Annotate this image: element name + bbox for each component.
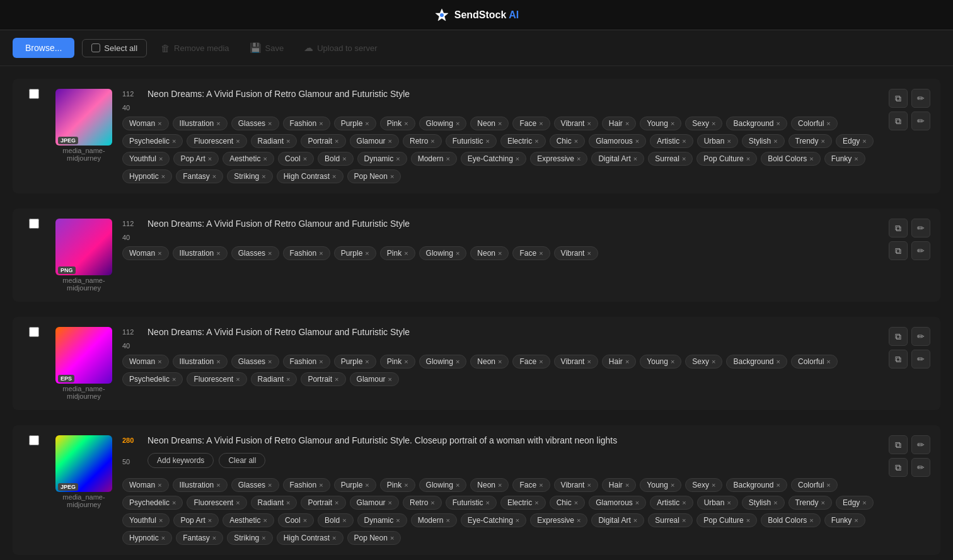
tag-remove-button[interactable]: × — [212, 535, 216, 542]
tag-remove-button[interactable]: × — [286, 500, 290, 506]
tag-remove-button[interactable]: × — [404, 358, 408, 365]
tag-remove-button[interactable]: × — [263, 156, 267, 163]
tag-remove-button[interactable]: × — [268, 358, 272, 365]
tag-remove-button[interactable]: × — [319, 482, 323, 489]
tag-remove-button[interactable]: × — [335, 500, 338, 506]
remove-media-button[interactable]: 🗑 Remove media — [154, 39, 235, 57]
tag-remove-button[interactable]: × — [534, 138, 538, 145]
tag-remove-button[interactable]: × — [388, 138, 392, 145]
tag-remove-button[interactable]: × — [263, 517, 267, 524]
tag-remove-button[interactable]: × — [158, 250, 161, 257]
tag-remove-button[interactable]: × — [159, 156, 163, 163]
edit-button[interactable]: ✏ — [911, 327, 930, 346]
tag-remove-button[interactable]: × — [485, 500, 489, 506]
tag-remove-button[interactable]: × — [712, 482, 715, 489]
tag-remove-button[interactable]: × — [172, 376, 176, 383]
upload-button[interactable]: ☁ Upload to server — [297, 38, 383, 57]
tag-remove-button[interactable]: × — [216, 120, 220, 127]
tag-remove-button[interactable]: × — [335, 138, 338, 145]
copy2-button[interactable]: ⧉ — [889, 111, 908, 130]
tag-remove-button[interactable]: × — [821, 500, 825, 506]
tag-remove-button[interactable]: × — [319, 120, 323, 127]
tag-remove-button[interactable]: × — [809, 517, 813, 524]
tag-remove-button[interactable]: × — [809, 156, 813, 163]
tag-remove-button[interactable]: × — [633, 156, 637, 163]
edit-button[interactable]: ✏ — [911, 89, 930, 108]
tag-remove-button[interactable]: × — [216, 482, 220, 489]
tag-remove-button[interactable]: × — [777, 120, 780, 127]
tag-remove-button[interactable]: × — [712, 358, 715, 365]
tag-remove-button[interactable]: × — [539, 482, 543, 489]
tag-remove-button[interactable]: × — [388, 376, 392, 383]
tag-remove-button[interactable]: × — [625, 482, 629, 489]
tag-remove-button[interactable]: × — [826, 358, 830, 365]
tag-remove-button[interactable]: × — [625, 358, 629, 365]
tag-remove-button[interactable]: × — [335, 376, 338, 383]
tag-remove-button[interactable]: × — [727, 500, 731, 506]
copy-button[interactable]: ⧉ — [889, 219, 908, 237]
tag-remove-button[interactable]: × — [404, 120, 408, 127]
tag-remove-button[interactable]: × — [456, 358, 459, 365]
copy-button[interactable]: ⧉ — [889, 327, 908, 346]
tag-remove-button[interactable]: × — [671, 120, 674, 127]
tag-remove-button[interactable]: × — [625, 120, 629, 127]
tag-remove-button[interactable]: × — [390, 535, 394, 542]
tag-remove-button[interactable]: × — [498, 250, 502, 257]
tag-remove-button[interactable]: × — [777, 358, 780, 365]
tag-remove-button[interactable]: × — [172, 138, 176, 145]
tag-remove-button[interactable]: × — [456, 250, 459, 257]
tag-remove-button[interactable]: × — [574, 138, 578, 145]
tag-remove-button[interactable]: × — [158, 120, 161, 127]
tag-remove-button[interactable]: × — [286, 376, 290, 383]
tag-remove-button[interactable]: × — [208, 156, 212, 163]
media-checkbox[interactable] — [29, 219, 39, 229]
tag-remove-button[interactable]: × — [396, 156, 400, 163]
tag-remove-button[interactable]: × — [236, 376, 240, 383]
tag-remove-button[interactable]: × — [268, 120, 272, 127]
save-button[interactable]: 💾 Save — [243, 38, 291, 57]
tag-remove-button[interactable]: × — [773, 138, 777, 145]
tag-remove-button[interactable]: × — [727, 138, 731, 145]
tag-remove-button[interactable]: × — [821, 138, 825, 145]
edit2-button[interactable]: ✏ — [911, 458, 930, 477]
tag-remove-button[interactable]: × — [456, 482, 459, 489]
tag-remove-button[interactable]: × — [539, 120, 543, 127]
tag-remove-button[interactable]: × — [332, 173, 336, 180]
tag-remove-button[interactable]: × — [587, 250, 591, 257]
tag-remove-button[interactable]: × — [516, 156, 519, 163]
tag-remove-button[interactable]: × — [268, 250, 272, 257]
tag-remove-button[interactable]: × — [746, 156, 750, 163]
tag-remove-button[interactable]: × — [158, 358, 161, 365]
tag-remove-button[interactable]: × — [158, 482, 161, 489]
tag-remove-button[interactable]: × — [446, 156, 449, 163]
tag-remove-button[interactable]: × — [365, 482, 369, 489]
tag-remove-button[interactable]: × — [365, 120, 369, 127]
tag-remove-button[interactable]: × — [746, 517, 750, 524]
copy2-button[interactable]: ⧉ — [889, 458, 908, 477]
tag-remove-button[interactable]: × — [826, 482, 830, 489]
tag-remove-button[interactable]: × — [159, 517, 163, 524]
tag-remove-button[interactable]: × — [682, 517, 686, 524]
tag-remove-button[interactable]: × — [390, 173, 394, 180]
copy-button[interactable]: ⧉ — [889, 89, 908, 108]
tag-remove-button[interactable]: × — [216, 358, 220, 365]
tag-remove-button[interactable]: × — [498, 482, 502, 489]
tag-remove-button[interactable]: × — [446, 517, 449, 524]
tag-remove-button[interactable]: × — [712, 120, 715, 127]
tag-remove-button[interactable]: × — [262, 535, 265, 542]
tag-remove-button[interactable]: × — [216, 250, 220, 257]
tag-remove-button[interactable]: × — [539, 358, 543, 365]
copy2-button[interactable]: ⧉ — [889, 350, 908, 369]
edit2-button[interactable]: ✏ — [911, 241, 930, 260]
tag-remove-button[interactable]: × — [498, 120, 502, 127]
tag-remove-button[interactable]: × — [862, 500, 866, 506]
tag-remove-button[interactable]: × — [342, 156, 346, 163]
tag-remove-button[interactable]: × — [365, 250, 369, 257]
tag-remove-button[interactable]: × — [577, 156, 580, 163]
tag-remove-button[interactable]: × — [635, 500, 639, 506]
edit2-button[interactable]: ✏ — [911, 111, 930, 130]
edit2-button[interactable]: ✏ — [911, 350, 930, 369]
tag-remove-button[interactable]: × — [430, 138, 434, 145]
tag-remove-button[interactable]: × — [286, 138, 290, 145]
tag-remove-button[interactable]: × — [303, 156, 307, 163]
